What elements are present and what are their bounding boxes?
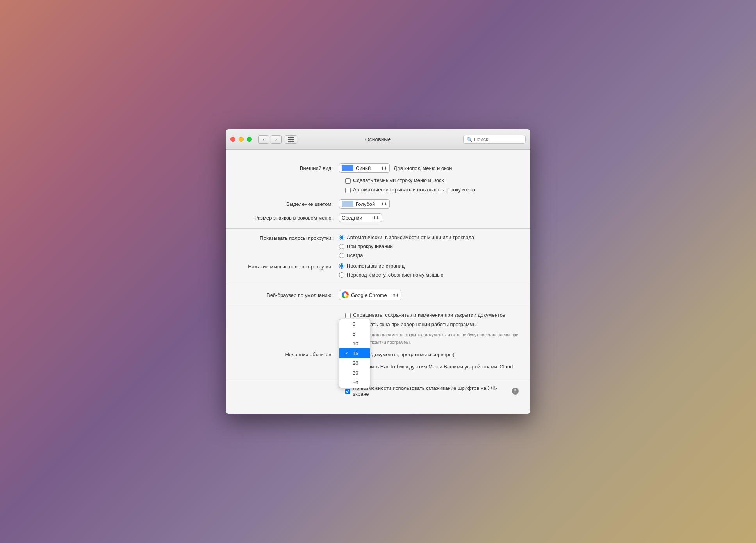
font-section: По возможности использовать сглаживание … bbox=[226, 379, 530, 406]
scroll-position-row: Переход к месту, обозначенному мышью bbox=[339, 272, 444, 278]
sidebar-size-label: Размер значков в боковом меню: bbox=[237, 215, 339, 221]
scroll-click-options: Пролистывание страниц Переход к месту, о… bbox=[339, 263, 444, 278]
sidebar-size-row: Размер значков в боковом меню: Средний ⬆… bbox=[237, 213, 519, 222]
dropdown-option-30[interactable]: 30 bbox=[339, 368, 370, 378]
scroll-position-label: Переход к месту, обозначенному мышью bbox=[347, 272, 444, 278]
browser-label: Веб-браузер по умолчанию: bbox=[237, 292, 339, 298]
help-icon[interactable]: ? bbox=[512, 388, 519, 395]
chevron-down-icon: ⬆⬇ bbox=[373, 216, 379, 220]
dropdown-option-50-label: 50 bbox=[353, 380, 358, 386]
scrollbars-always-radio[interactable] bbox=[339, 253, 344, 258]
close-windows-label: Закрывать окна при завершении работы про… bbox=[353, 322, 477, 327]
scroll-pages-row: Пролистывание страниц bbox=[339, 263, 444, 269]
dropdown-option-20[interactable]: 20 bbox=[339, 358, 370, 368]
dropdown-option-10-label: 10 bbox=[353, 341, 358, 347]
appearance-label: Внешний вид: bbox=[237, 165, 339, 171]
sidebar-size-controls: Средний ⬆⬇ bbox=[339, 213, 519, 222]
dark-menubar-row: Сделать темными строку меню и Dock bbox=[237, 177, 519, 184]
font-smooth-row: По возможности использовать сглаживание … bbox=[237, 385, 519, 397]
titlebar: ‹ › Основные 🔍 bbox=[226, 129, 530, 150]
dropdown-option-15[interactable]: ✓ 15 bbox=[339, 348, 370, 358]
search-bar[interactable]: 🔍 bbox=[463, 135, 526, 144]
nav-buttons: ‹ › bbox=[258, 135, 282, 144]
scroll-pages-radio[interactable] bbox=[339, 263, 344, 269]
checkmark-icon: ✓ bbox=[345, 351, 350, 356]
browser-section: Веб-браузер по умолчанию: Google Chrome … bbox=[226, 284, 530, 306]
scrollbars-section: Показывать полосы прокрутки: Автоматичес… bbox=[226, 228, 530, 284]
auto-hide-menubar-checkbox[interactable] bbox=[345, 188, 351, 193]
close-windows-hint: При выборе этого параметра открытые доку… bbox=[345, 332, 519, 344]
appearance-controls: Синий ⬆⬇ Для кнопок, меню и окон bbox=[339, 163, 519, 173]
close-button[interactable] bbox=[230, 137, 235, 142]
scrollbars-scroll-label: При прокручивании bbox=[347, 243, 393, 249]
dropdown-option-15-label: 15 bbox=[353, 350, 358, 356]
sidebar-size-select[interactable]: Средний ⬆⬇ bbox=[339, 213, 382, 222]
recent-row: Недавних объектов: 15 ⬆⬇ (документы, про… bbox=[237, 350, 519, 359]
grid-icon bbox=[288, 137, 294, 142]
dropdown-option-20-label: 20 bbox=[353, 360, 358, 366]
auto-hide-menubar-label: Автоматически скрывать и показывать стро… bbox=[353, 187, 475, 193]
appearance-hint: Для кнопок, меню и окон bbox=[394, 165, 452, 171]
auto-hide-menubar-row: Автоматически скрывать и показывать стро… bbox=[237, 187, 519, 193]
dropdown-option-0[interactable]: 0 bbox=[339, 319, 370, 329]
scrollbars-scroll-row: При прокручивании bbox=[339, 243, 474, 249]
chevron-down-icon: ⬆⬇ bbox=[392, 293, 399, 297]
scrollbars-row: Показывать полосы прокрутки: Автоматичес… bbox=[237, 234, 519, 258]
appearance-row: Внешний вид: Синий ⬆⬇ Для кнопок, меню и… bbox=[237, 163, 519, 173]
scroll-pages-label: Пролистывание страниц bbox=[347, 263, 405, 269]
highlight-value: Голубой bbox=[356, 201, 375, 207]
close-windows-hint-container: При выборе этого параметра открытые доку… bbox=[237, 331, 519, 345]
browser-value: Google Chrome bbox=[351, 292, 387, 298]
handoff-label: Разрешить Handoff между этим Mac и Вашим… bbox=[353, 364, 513, 370]
preferences-window: ‹ › Основные 🔍 Внешний вид: С bbox=[226, 129, 530, 414]
fullscreen-button[interactable] bbox=[247, 137, 252, 142]
minimize-button[interactable] bbox=[239, 137, 244, 142]
scroll-position-radio[interactable] bbox=[339, 272, 344, 278]
recent-dropdown-popup: 0 5 10 ✓ 15 2 bbox=[339, 319, 370, 388]
window-content: Внешний вид: Синий ⬆⬇ Для кнопок, меню и… bbox=[226, 150, 530, 414]
ask-save-checkbox[interactable] bbox=[345, 313, 351, 318]
back-button[interactable]: ‹ bbox=[258, 135, 269, 144]
dark-menubar-label: Сделать темными строку меню и Dock bbox=[353, 177, 444, 183]
recent-hint: (документы, программы и серверы) bbox=[370, 352, 454, 357]
highlight-select[interactable]: Голубой ⬆⬇ bbox=[339, 199, 390, 209]
recent-label: Недавних объектов: bbox=[237, 352, 339, 357]
browser-select[interactable]: Google Chrome ⬆⬇ bbox=[339, 290, 401, 300]
scrollbars-auto-row: Автоматически, в зависимости от мыши или… bbox=[339, 234, 474, 240]
grid-button[interactable] bbox=[285, 135, 297, 144]
browser-controls: Google Chrome ⬆⬇ bbox=[339, 290, 519, 300]
scrollbars-auto-label: Автоматически, в зависимости от мыши или… bbox=[347, 234, 474, 240]
dropdown-option-50[interactable]: 50 bbox=[339, 378, 370, 388]
font-smooth-label: По возможности использовать сглаживание … bbox=[353, 385, 506, 397]
dropdown-option-10[interactable]: 10 bbox=[339, 339, 370, 348]
highlight-controls: Голубой ⬆⬇ bbox=[339, 199, 519, 209]
scrollbars-always-label: Всегда bbox=[347, 252, 363, 258]
documents-section: Спрашивать, сохранять ли изменения при з… bbox=[226, 306, 530, 379]
appearance-select[interactable]: Синий ⬆⬇ bbox=[339, 163, 390, 173]
dropdown-option-5[interactable]: 5 bbox=[339, 329, 370, 339]
chrome-icon bbox=[342, 291, 349, 298]
handoff-row: Разрешить Handoff между этим Mac и Вашим… bbox=[237, 364, 519, 370]
scroll-click-row: Нажатие мышью полосы прокрутки: Пролисты… bbox=[237, 263, 519, 278]
search-input[interactable] bbox=[474, 136, 517, 142]
scrollbars-scroll-radio[interactable] bbox=[339, 244, 344, 249]
traffic-lights bbox=[230, 137, 252, 142]
scrollbars-label: Показывать полосы прокрутки: bbox=[237, 234, 339, 241]
search-icon: 🔍 bbox=[467, 137, 472, 142]
close-windows-row: Закрывать окна при завершении работы про… bbox=[237, 322, 519, 328]
chevron-down-icon: ⬆⬇ bbox=[381, 202, 387, 206]
appearance-section: Внешний вид: Синий ⬆⬇ Для кнопок, меню и… bbox=[226, 157, 530, 228]
dropdown-option-0-label: 0 bbox=[353, 321, 355, 327]
scrollbars-always-row: Всегда bbox=[339, 252, 474, 258]
scroll-click-label: Нажатие мышью полосы прокрутки: bbox=[237, 263, 339, 270]
appearance-color-swatch bbox=[342, 165, 353, 171]
scrollbars-auto-radio[interactable] bbox=[339, 235, 344, 240]
dropdown-option-30-label: 30 bbox=[353, 370, 358, 376]
highlight-color-swatch bbox=[342, 201, 353, 207]
font-smooth-checkbox[interactable] bbox=[345, 389, 350, 394]
window-title: Основные bbox=[365, 136, 391, 143]
dark-menubar-checkbox[interactable] bbox=[345, 178, 351, 184]
forward-button[interactable]: › bbox=[271, 135, 282, 144]
ask-save-row: Спрашивать, сохранять ли изменения при з… bbox=[237, 312, 519, 318]
sidebar-size-value: Средний bbox=[342, 215, 362, 221]
